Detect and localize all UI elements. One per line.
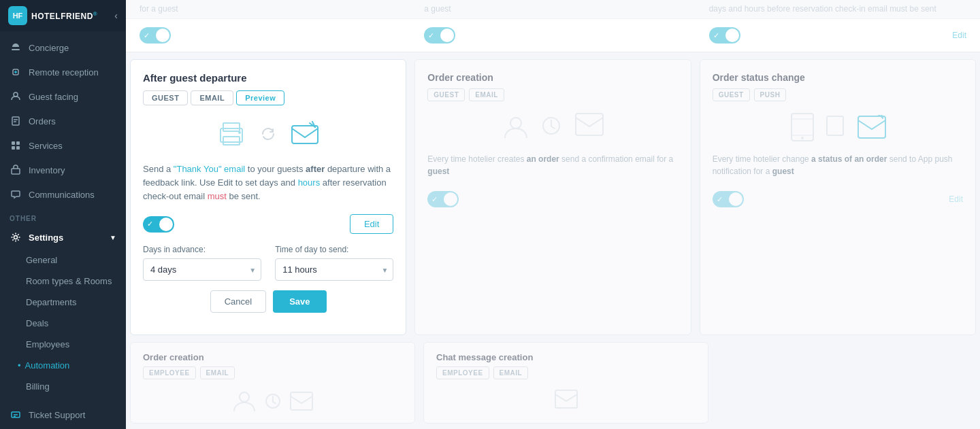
sidebar-item-guest-facing[interactable]: Guest facing [0,84,126,109]
toggle-top-cell-3: ✓ Edit [696,24,980,46]
orders-icon [10,115,22,127]
days-advance-label: Days in advance: [143,245,261,254]
svg-rect-26 [555,390,577,408]
toggle-knob [729,192,742,206]
sub-nav-label: Room types & Rooms [26,276,112,286]
sub-nav-general[interactable]: General [0,250,126,271]
card5-tag-employee: EMPLOYEE [436,366,489,379]
logo-trademark: ® [93,11,97,17]
sub-nav-billing[interactable]: Billing [0,376,126,397]
toggle-top-row: ✓ ✓ ✓ Edit [126,19,980,52]
guest-facing-icon [10,90,22,103]
toggle-knob [444,192,457,206]
edit-link-top[interactable]: Edit [952,31,966,40]
card4-icons [143,389,402,413]
time-of-day-group: Time of day to send: 1 hours 2 hours 3 h… [275,245,393,281]
card2-toggle-row: ✓ [427,191,678,207]
toggle-top-2[interactable]: ✓ [424,27,455,44]
sidebar-item-label: Communications [29,190,95,200]
card-title: After guest departure [143,72,393,84]
svg-rect-7 [16,146,20,150]
card3-icons [713,112,963,142]
card5-icons [436,389,696,409]
logo-text: HOTELFRIEND® [31,11,97,21]
sub-nav-automation[interactable]: Automation [0,355,126,376]
card3-toggle[interactable]: ✓ [713,191,744,207]
sub-nav-label: Billing [26,381,50,392]
concierge-icon [10,41,22,54]
card2-clock-icon [540,115,565,139]
sidebar-item-concierge[interactable]: Concierge [0,35,126,60]
card3-tag-push: PUSH [754,88,787,101]
time-of-day-select[interactable]: 1 hours 2 hours 3 hours 4 hours 5 hours … [275,258,393,281]
card3-phone-icon [826,115,850,139]
inventory-icon [10,164,22,176]
svg-rect-8 [12,169,20,174]
svg-point-23 [240,392,249,402]
toggle-top-cell-1: ✓ [126,24,410,46]
card2-toggle[interactable]: ✓ [427,191,459,207]
toggle-top-3[interactable]: ✓ [709,27,740,44]
services-icon [10,139,22,152]
ticket-support-icon [10,409,22,421]
cards-row: After guest departure GUEST EMAIL Previe… [126,52,980,342]
card3-title: Order status change [713,72,963,83]
tab-preview[interactable]: Preview [236,90,284,105]
edit-button[interactable]: Edit [350,214,393,234]
sub-nav-employees[interactable]: Employees [0,334,126,355]
sub-nav-deals[interactable]: Deals [0,313,126,334]
card4-title: Order creation [143,352,402,362]
days-advance-select[interactable]: 1 day 2 days 3 days 4 days 5 days 6 days… [143,258,261,281]
sidebar-item-services[interactable]: Services [0,133,126,158]
time-select-wrapper: 1 hours 2 hours 3 hours 4 hours 5 hours … [275,258,393,281]
toggle-check-icon: ✓ [144,31,150,40]
sidebar: HF HOTELFRIEND® ‹ Concierge Remote recep… [0,0,126,429]
card5-tag-email: EMAIL [493,366,529,379]
sidebar-item-ticket-support[interactable]: Ticket Support [0,402,126,427]
sub-nav-label: Automation [25,360,70,371]
svg-rect-5 [16,141,20,145]
sidebar-collapse-button[interactable]: ‹ [114,10,118,21]
sidebar-item-remote-reception[interactable]: Remote reception [0,60,126,84]
tab-guest[interactable]: GUEST [143,90,188,105]
sidebar-item-communications[interactable]: Communications [0,182,126,207]
sub-nav-departments[interactable]: Departments [0,292,126,313]
main-content: for a guest a guest days and hours befor… [126,0,980,429]
strong-after: after [306,164,325,174]
toggle-knob [440,29,454,42]
main-card-toggle[interactable]: ✓ [143,216,174,233]
cancel-button[interactable]: Cancel [210,290,266,313]
svg-point-2 [14,92,18,97]
card-action-row: Cancel Save [143,290,393,313]
svg-rect-13 [223,137,240,145]
settings-parent-item[interactable]: Settings ▼ [0,225,126,250]
sidebar-item-label: Inventory [29,165,65,175]
svg-rect-18 [576,114,603,135]
sub-nav-label: Employees [26,339,69,349]
card3-edit-link[interactable]: Edit [949,194,963,204]
sub-nav-room-types[interactable]: Room types & Rooms [0,271,126,292]
card2-tags: GUEST EMAIL [427,88,678,101]
sidebar-item-label: Guest facing [29,92,78,102]
toggle-knob [159,218,173,231]
sidebar-item-label: Remote reception [29,67,99,78]
svg-rect-25 [291,392,312,410]
after-guest-departure-card: After guest departure GUEST EMAIL Previe… [130,59,406,335]
highlight-hours: hours [298,177,321,188]
save-button[interactable]: Save [273,290,326,313]
sidebar-item-label: Services [29,141,63,151]
bottom-spacer [717,342,976,424]
sidebar-item-inventory[interactable]: Inventory [0,158,126,182]
tab-email[interactable]: EMAIL [191,90,233,105]
svg-rect-3 [12,117,19,125]
card2-email-icon [574,112,604,142]
card2-user-icon [501,112,531,142]
card2-tag-email: EMAIL [469,88,504,101]
sidebar-item-orders[interactable]: Orders [0,109,126,133]
svg-point-14 [238,131,241,134]
card3-description: Every time hotelier change a status of a… [713,153,963,177]
bottom-cards-row: Order creation EMPLOYEE EMAIL Chat messa… [126,342,980,429]
toggle-top-1[interactable]: ✓ [140,27,171,44]
settings-label: Settings [29,233,63,243]
highlight-thank-you: "Thank You" email [174,164,245,174]
